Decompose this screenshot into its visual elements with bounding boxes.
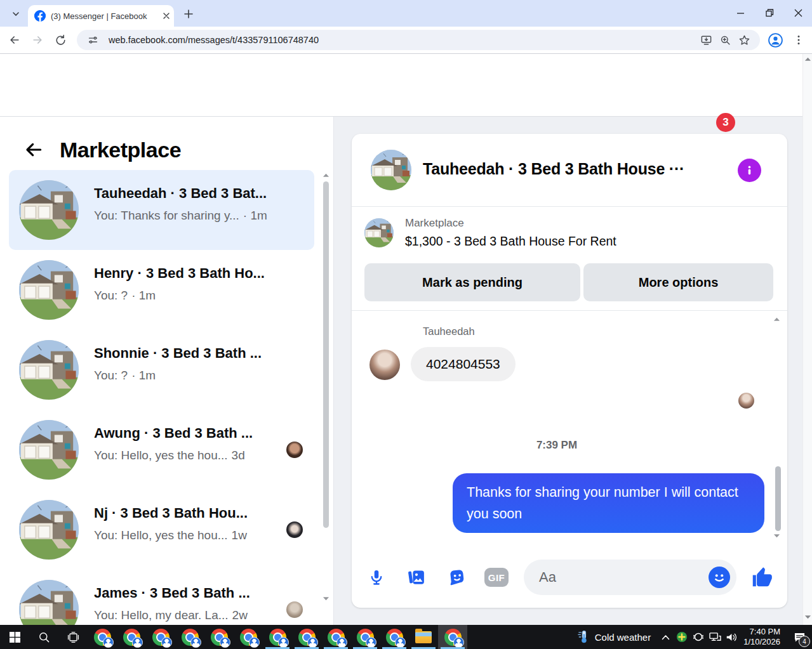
chat-title[interactable]: Tauheedah · 3 Bed 3 Bath House ··· xyxy=(423,160,684,178)
page-scroll-up-icon[interactable] xyxy=(804,56,811,62)
site-info-icon[interactable] xyxy=(83,30,102,49)
conversation-item[interactable]: Tauheedah · 3 Bed 3 Bat...You: Thanks fo… xyxy=(9,170,314,250)
start-button[interactable] xyxy=(0,625,29,649)
gif-button[interactable]: GIF xyxy=(484,565,509,590)
sidebar-scrollbar-thumb[interactable] xyxy=(323,181,329,528)
conversation-item[interactable]: Awung · 3 Bed 3 Bath ...You: Hello, yes … xyxy=(9,410,314,490)
tray-meet-now-icon[interactable] xyxy=(690,625,707,649)
conversation-item[interactable]: James · 3 Bed 3 Bath ...You: Hello, my d… xyxy=(9,570,314,625)
taskbar-chrome-button[interactable] xyxy=(263,625,292,649)
tab-close-icon[interactable] xyxy=(163,12,170,20)
messages-scroll-down-icon[interactable] xyxy=(773,534,780,539)
sidebar-scroll-up-icon[interactable] xyxy=(323,173,329,178)
task-view-button[interactable] xyxy=(58,625,88,649)
tab-title: (3) Messenger | Facebook xyxy=(51,11,157,21)
messages-scrollbar-thumb[interactable] xyxy=(775,466,781,531)
taskbar-chrome-button[interactable] xyxy=(117,625,146,649)
taskbar-chrome-button[interactable] xyxy=(146,625,175,649)
conversation-title: James · 3 Bed 3 Bath ... xyxy=(94,585,286,601)
send-like-button[interactable] xyxy=(748,563,776,591)
tray-security-icon[interactable] xyxy=(674,625,690,649)
conversation-text: James · 3 Bed 3 Bath ...You: Hello, my d… xyxy=(94,585,286,622)
page-scroll-down-icon[interactable] xyxy=(803,612,812,622)
outgoing-message-bubble[interactable]: Thanks for sharing your number I will co… xyxy=(453,473,764,533)
sender-avatar[interactable] xyxy=(369,350,400,380)
tray-network-icon[interactable] xyxy=(707,625,723,649)
browser-menu-button[interactable] xyxy=(789,30,808,49)
zoom-icon[interactable] xyxy=(715,30,735,49)
conversation-time: 2w xyxy=(232,608,248,622)
conversation-snippet: You: ?· 1m xyxy=(94,289,286,303)
chrome-profile-badge xyxy=(336,637,347,648)
browser-profile-button[interactable] xyxy=(766,30,785,49)
action-center-badge: 4 xyxy=(799,636,810,647)
taskbar-search-button[interactable] xyxy=(29,625,58,649)
conversation-info-button[interactable] xyxy=(738,159,761,182)
conversation-item[interactable]: Shonnie · 3 Bed 3 Bath ...You: ?· 1m xyxy=(9,330,314,410)
action-center-button[interactable]: 4 xyxy=(787,625,812,649)
sticker-button[interactable] xyxy=(444,565,470,590)
notification-badge: 3 xyxy=(716,113,735,132)
taskbar-chrome-button[interactable] xyxy=(380,625,409,649)
chrome-profile-badge xyxy=(307,637,318,648)
browser-tab[interactable]: (3) Messenger | Facebook xyxy=(28,5,174,27)
taskbar-weather-widget[interactable]: Cold weather xyxy=(571,630,657,644)
mark-as-pending-button[interactable]: Mark as pending xyxy=(364,263,580,301)
window-minimize-button[interactable] xyxy=(726,0,754,25)
url-bar[interactable]: web.facebook.com/messages/t/433579110674… xyxy=(77,30,760,50)
taskbar-file-explorer-button[interactable] xyxy=(409,625,438,649)
emoji-button[interactable] xyxy=(709,567,730,588)
conversation-item[interactable]: Nj · 3 Bed 3 Bath Hou...You: Hello, yes … xyxy=(9,490,314,570)
taskbar-clock[interactable]: 7:40 PM 1/10/2026 xyxy=(740,627,787,647)
install-app-icon[interactable] xyxy=(696,30,715,49)
house-photo xyxy=(19,420,79,480)
conversation-text: Nj · 3 Bed 3 Bath Hou...You: Hello, yes … xyxy=(94,505,286,542)
bookmark-star-icon[interactable] xyxy=(735,30,754,49)
back-arrow-button[interactable] xyxy=(23,139,44,161)
taskbar-chrome-active-button[interactable] xyxy=(438,625,467,649)
conversation-title: Tauheedah · 3 Bed 3 Bat... xyxy=(94,185,286,202)
more-options-button[interactable]: More options xyxy=(583,263,773,301)
attach-photo-button[interactable] xyxy=(404,565,429,590)
conversation-time: 3d xyxy=(232,449,245,462)
page-content: Marketplace Tauheedah · 3 Bed 3 Bat...Yo… xyxy=(0,117,812,625)
url-text[interactable]: web.facebook.com/messages/t/433579110674… xyxy=(109,35,696,45)
back-button[interactable] xyxy=(5,30,24,49)
taskbar-chrome-button[interactable] xyxy=(204,625,234,649)
taskbar-chrome-button[interactable] xyxy=(88,625,117,649)
tab-search-button[interactable] xyxy=(8,6,24,22)
window-restore-button[interactable] xyxy=(755,0,783,25)
tray-volume-icon[interactable] xyxy=(723,625,740,649)
voice-clip-button[interactable] xyxy=(364,565,389,590)
new-tab-button[interactable] xyxy=(180,6,197,22)
message-input[interactable]: Aa xyxy=(524,560,736,595)
chat-avatar[interactable] xyxy=(371,150,411,190)
facebook-header: 3 xyxy=(0,54,812,117)
chrome-profile-badge xyxy=(190,637,201,648)
tray-show-hidden-icons[interactable] xyxy=(657,625,674,649)
conversation-text: Henry · 3 Bed 3 Bath Ho...You: ?· 1m xyxy=(94,265,286,303)
taskbar-chrome-button[interactable] xyxy=(292,625,321,649)
sidebar-scroll-down-icon[interactable] xyxy=(323,596,329,601)
windows-taskbar: Cold weather 7:40 PM 1/10/2026 4 xyxy=(0,625,812,649)
conversation-snippet: You: Hello, my dear. La...2w xyxy=(94,608,286,622)
listing-thumbnail[interactable] xyxy=(364,218,394,247)
conversation-text: Tauheedah · 3 Bed 3 Bat...You: Thanks fo… xyxy=(94,185,286,223)
browser-tab-strip: (3) Messenger | Facebook xyxy=(0,0,812,27)
reload-button[interactable] xyxy=(51,30,70,49)
conversation-time: · 1m xyxy=(243,209,267,222)
taskbar-chrome-button[interactable] xyxy=(175,625,204,649)
page-scrollbar[interactable] xyxy=(802,54,812,625)
conversation-item[interactable]: Henry · 3 Bed 3 Bath Ho...You: ?· 1m xyxy=(9,250,314,330)
incoming-message-bubble[interactable]: 4024804553 xyxy=(411,347,516,381)
message-list: Tauheedah 4024804553 7:39 PM Thanks for … xyxy=(352,310,787,547)
taskbar-chrome-button[interactable] xyxy=(350,625,380,649)
messages-scroll-up-icon[interactable] xyxy=(773,317,780,322)
taskbar-chrome-button[interactable] xyxy=(234,625,263,649)
forward-button[interactable] xyxy=(28,30,47,49)
chrome-profile-badge xyxy=(249,637,260,648)
conversation-snippet: You: Hello, yes the hou...3d xyxy=(94,449,286,462)
microphone-icon xyxy=(368,568,385,586)
taskbar-chrome-button[interactable] xyxy=(321,625,350,649)
window-close-button[interactable] xyxy=(784,0,812,25)
